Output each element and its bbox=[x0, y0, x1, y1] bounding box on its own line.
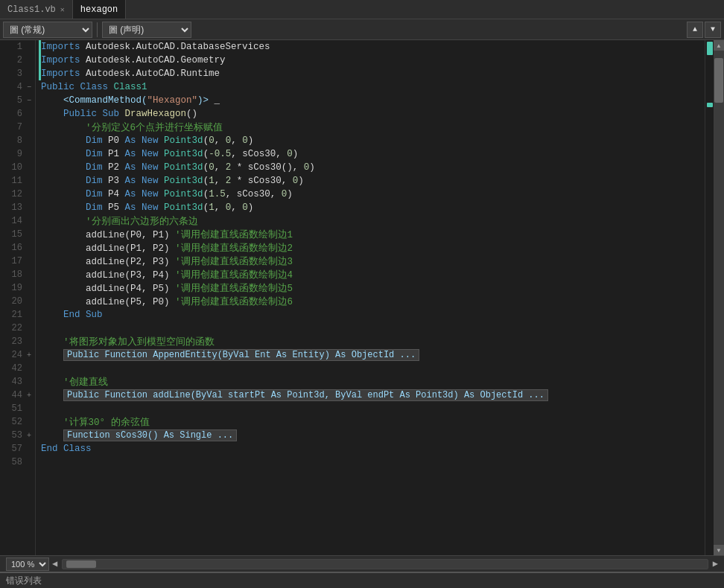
code-line-58 bbox=[36, 456, 705, 469]
scroll-down-arrow[interactable]: ▼ bbox=[714, 545, 724, 555]
gutter-row-6: 6 bbox=[0, 107, 35, 121]
scroll-up-arrow[interactable]: ▲ bbox=[714, 40, 724, 51]
code-line-52: '计算30° 的余弦值 bbox=[36, 415, 705, 429]
code-content-8: Dim P0 As New Point3d(0, 0, 0) bbox=[41, 135, 253, 146]
h-scroll-right[interactable]: ▶ bbox=[713, 558, 718, 569]
horizontal-scrollbar[interactable] bbox=[62, 559, 708, 569]
code-content-52: '计算30° 的余弦值 bbox=[41, 416, 150, 429]
h-scroll-left[interactable]: ◀ bbox=[52, 558, 57, 569]
code-line-57: End Class bbox=[36, 442, 705, 456]
tab-bar: Class1.vb ✕ hexagon bbox=[0, 0, 724, 19]
line-number-57: 57 bbox=[0, 444, 27, 454]
collapsed-region-24[interactable]: Public Function AppendEntity(ByVal Ent A… bbox=[63, 349, 419, 361]
code-line-4: Public Class Class1 bbox=[36, 80, 705, 94]
line-number-44: 44 bbox=[0, 390, 27, 400]
vertical-scrollbar[interactable]: ▲ ▼ bbox=[714, 40, 724, 555]
collapsed-region-44[interactable]: Public Function addLine(ByVal startPt As… bbox=[63, 389, 548, 401]
line-number-3: 3 bbox=[0, 68, 27, 79]
code-line-1: Imports Autodesk.AutoCAD.DatabaseService… bbox=[36, 40, 705, 54]
code-line-17: addLine(P2, P3) '调用创建直线函数绘制边3 bbox=[36, 255, 705, 268]
gutter-row-24: 24+ bbox=[0, 348, 35, 362]
modified-indicator-51 bbox=[39, 402, 41, 415]
code-line-10: Dim P2 As New Point3d(0, 2 * sCos30(), 0… bbox=[36, 161, 705, 174]
tab-class1[interactable]: Class1.vb ✕ bbox=[0, 0, 73, 19]
code-line-16: addLine(P1, P2) '调用创建直线函数绘制边2 bbox=[36, 241, 705, 255]
margin-spacer bbox=[705, 57, 714, 101]
line-number-23: 23 bbox=[0, 336, 27, 347]
line-number-8: 8 bbox=[0, 135, 27, 146]
hscroll-thumb[interactable] bbox=[66, 560, 96, 568]
tab-hexagon[interactable]: hexagon bbox=[73, 0, 126, 19]
modified-indicator-42 bbox=[39, 362, 41, 375]
gutter-row-11: 11 bbox=[0, 174, 35, 188]
code-line-24: Public Function AppendEntity(ByVal Ent A… bbox=[36, 348, 705, 362]
fold-icon-44[interactable]: + bbox=[27, 392, 36, 400]
code-area[interactable]: Imports Autodesk.AutoCAD.DatabaseService… bbox=[36, 40, 705, 555]
code-line-13: Dim P5 As New Point3d(1, 0, 0) bbox=[36, 201, 705, 214]
line-number-14: 14 bbox=[0, 216, 27, 226]
scroll-thumb[interactable] bbox=[714, 58, 723, 103]
gutter-row-5: 5− bbox=[0, 94, 35, 107]
gutter-row-43: 43 bbox=[0, 375, 35, 389]
line-number-17: 17 bbox=[0, 256, 27, 266]
collapsed-region-53[interactable]: Function sCos30() As Single ... bbox=[63, 429, 237, 441]
line-number-10: 10 bbox=[0, 162, 27, 173]
gutter-row-4: 4− bbox=[0, 80, 35, 94]
code-content-5: <CommandMethod("Hexagon")> _ bbox=[41, 95, 220, 106]
code-line-7: '分别定义6个点并进行坐标赋值 bbox=[36, 121, 705, 134]
view-left-select[interactable]: 圖 (常规) bbox=[3, 22, 92, 38]
code-line-22 bbox=[36, 322, 705, 335]
view-right-select[interactable]: 圖 (声明) bbox=[102, 22, 191, 38]
code-line-19: addLine(P4, P5) '调用创建直线函数绘制边5 bbox=[36, 281, 705, 295]
fold-icon-4[interactable]: − bbox=[27, 83, 36, 92]
margin-indicator-2 bbox=[707, 103, 713, 107]
tab-class1-label: Class1.vb bbox=[7, 4, 56, 15]
scroll-down-btn[interactable]: ▼ bbox=[705, 22, 721, 38]
code-line-15: addLine(P0, P1) '调用创建直线函数绘制边1 bbox=[36, 228, 705, 241]
gutter-row-53: 53+ bbox=[0, 429, 35, 442]
right-margin bbox=[705, 40, 714, 555]
code-line-44: Public Function addLine(ByVal startPt As… bbox=[36, 389, 705, 402]
line-number-21: 21 bbox=[0, 310, 27, 320]
line-number-20: 20 bbox=[0, 296, 27, 307]
line-number-43: 43 bbox=[0, 377, 27, 387]
code-content-19: addLine(P4, P5) '调用创建直线函数绘制边5 bbox=[41, 282, 293, 295]
scroll-up-btn[interactable]: ▲ bbox=[687, 22, 703, 38]
code-line-53: Function sCos30() As Single ... bbox=[36, 429, 705, 442]
gutter-row-19: 19 bbox=[0, 281, 35, 295]
code-lines: Imports Autodesk.AutoCAD.DatabaseService… bbox=[36, 40, 705, 469]
line-number-9: 9 bbox=[0, 149, 27, 159]
error-panel-label: 错误列表 bbox=[6, 575, 42, 587]
gutter-row-7: 7 bbox=[0, 121, 35, 134]
line-number-53: 53 bbox=[0, 430, 27, 441]
code-content-4: Public Class Class1 bbox=[41, 82, 147, 92]
line-number-2: 2 bbox=[0, 55, 27, 65]
fold-icon-5[interactable]: − bbox=[27, 97, 36, 105]
tab-class1-close[interactable]: ✕ bbox=[60, 5, 65, 14]
toolbar: 圖 (常规) 圖 (声明) ▲ ▼ bbox=[0, 19, 724, 40]
gutter-row-15: 15 bbox=[0, 228, 35, 241]
line-number-1: 1 bbox=[0, 42, 27, 52]
line-number-13: 13 bbox=[0, 202, 27, 213]
scroll-track[interactable] bbox=[714, 51, 724, 545]
zoom-select[interactable]: 100 % bbox=[6, 557, 49, 571]
code-content-9: Dim P1 As New Point3d(-0.5, sCos30, 0) bbox=[41, 149, 298, 159]
code-content-15: addLine(P0, P1) '调用创建直线函数绘制边1 bbox=[41, 229, 293, 241]
code-line-6: Public Sub DrawHexagon() bbox=[36, 107, 705, 121]
code-content-57: End Class bbox=[41, 444, 92, 454]
editor-container: 1234−5−678910111213141516171819202122232… bbox=[0, 40, 724, 555]
code-line-43: '创建直线 bbox=[36, 375, 705, 389]
gutter-row-42: 42 bbox=[0, 362, 35, 375]
code-content-21: End Sub bbox=[41, 310, 103, 320]
line-number-24: 24 bbox=[0, 350, 27, 360]
fold-icon-24[interactable]: + bbox=[27, 351, 36, 359]
code-content-43: '创建直线 bbox=[41, 376, 108, 389]
line-number-12: 12 bbox=[0, 189, 27, 199]
line-number-58: 58 bbox=[0, 457, 27, 467]
toolbar-right: ▲ ▼ bbox=[687, 22, 721, 38]
gutter-row-14: 14 bbox=[0, 214, 35, 228]
fold-icon-53[interactable]: + bbox=[27, 432, 36, 440]
code-content-17: addLine(P2, P3) '调用创建直线函数绘制边3 bbox=[41, 255, 293, 268]
code-line-9: Dim P1 As New Point3d(-0.5, sCos30, 0) bbox=[36, 147, 705, 161]
line-number-5: 5 bbox=[0, 95, 27, 106]
